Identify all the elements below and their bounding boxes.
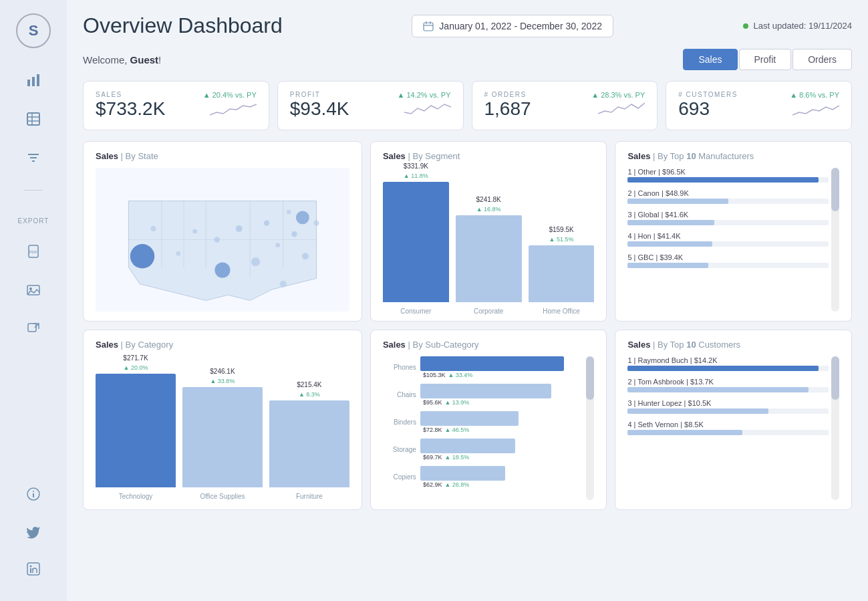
mfr-2-track (627, 199, 829, 204)
subcat-copiers-label: Copiers (383, 473, 416, 481)
subcat-storage-bar (420, 439, 515, 453)
cust-4: 4 | Seth Vernon | $8.5K (627, 420, 829, 435)
image-icon[interactable] (21, 278, 45, 302)
kpi-sales: SALES $733.2K ▲ 20.4% vs. PY (83, 81, 269, 130)
subcat-phones-label: Phones (383, 364, 416, 371)
chart-mfr-title: Sales | By Top 10 Manufacturers (627, 151, 839, 161)
cust-4-fill (627, 430, 742, 435)
last-updated: Last updated: 19/11/2024 (743, 21, 852, 31)
subcat-chairs-val: $95.6K (423, 399, 442, 406)
subcat-chairs-label: Chairs (383, 391, 416, 398)
subcat-phones-growth: ▲ 33.4% (448, 372, 472, 378)
welcome-text: Welcome, Guest! (83, 54, 161, 66)
chart-subcat-main: Sales (383, 340, 406, 350)
bar-homeoffice: $159.5K ▲ 51.5% Home Office (529, 226, 595, 315)
kpi-orders-badge: ▲ 28.3% vs. PY (591, 91, 645, 99)
chart-by-state: Sales | By State (83, 141, 362, 322)
us-map (96, 168, 349, 312)
mfr-bars: 1 | Other | $96.5K 2 | Canon | $48.9K 3 … (627, 168, 829, 312)
subcat-bars: Phones $105.3K ▲ 33.4% Chairs (383, 356, 584, 500)
svg-point-40 (291, 231, 297, 237)
subcat-binders-wrap: $72.8K ▲ 46.5% (420, 411, 584, 433)
date-range-picker[interactable]: January 01, 2022 - December 30, 2022 (412, 15, 613, 37)
svg-rect-1 (32, 77, 35, 86)
date-picker[interactable]: January 01, 2022 - December 30, 2022 (412, 15, 613, 37)
kpi-sales-label: SALES (96, 91, 165, 98)
pdf-icon[interactable]: PDF (21, 239, 45, 263)
bar-office-val: $246.1K (210, 368, 235, 375)
last-updated-text: Last updated: 19/11/2024 (754, 21, 852, 31)
bar-corporate: $241.8K ▲ 16.8% Corporate (456, 196, 522, 315)
external-link-icon[interactable] (21, 317, 45, 341)
chart-cat-title: Sales | By Category (96, 340, 349, 350)
logo-letter: S (29, 22, 39, 39)
mfr-3-label: 3 | Global | $41.6K (627, 211, 829, 219)
bar-office-growth: ▲ 33.8% (210, 378, 235, 384)
info-icon[interactable] (21, 482, 45, 506)
tab-profit[interactable]: Profit (739, 49, 792, 70)
status-dot (743, 23, 748, 29)
mfr-1-fill (627, 177, 819, 183)
bar-tech-val: $271.7K (123, 354, 148, 362)
kpi-profit: PROFIT $93.4K ▲ 14.2% vs. PY (277, 81, 464, 130)
twitter-icon[interactable] (21, 519, 45, 544)
chart-segment-main: Sales (383, 151, 406, 161)
bar-furniture-label: Furniture (296, 493, 323, 500)
tab-sales[interactable]: Sales (683, 49, 737, 70)
svg-point-47 (280, 281, 287, 287)
tab-orders[interactable]: Orders (792, 49, 852, 70)
filter-icon[interactable] (21, 146, 45, 170)
sidebar: S EXPORT PDF (0, 0, 67, 601)
category-bars: $271.7K ▲ 20.0% Technology $246.1K ▲ 33.… (96, 356, 349, 500)
chart-cust-title: Sales | By Top 10 Customers (627, 340, 839, 350)
kpi-orders-value: 1,687 (484, 98, 531, 120)
kpi-profit-sparkline (404, 99, 451, 118)
chart-subcat-title: Sales | By Sub-Category (383, 340, 595, 350)
svg-point-45 (287, 210, 291, 215)
subcat-chairs-bar (420, 384, 551, 398)
svg-text:PDF: PDF (29, 250, 37, 254)
cust-scrollbar[interactable] (831, 356, 839, 500)
calendar-icon (423, 21, 434, 31)
bar-corporate-growth: ▲ 16.8% (476, 206, 501, 213)
chart-by-segment: Sales | By Segment $331.9K ▲ 11.8% Consu… (370, 141, 607, 322)
chart-by-state-title-main: Sales (96, 151, 118, 161)
kpi-sales-badge: ▲ 20.4% vs. PY (203, 91, 257, 99)
cust-3-label: 3 | Hunter Lopez | $10.5K (627, 399, 829, 407)
bar-chart-icon[interactable] (21, 68, 45, 92)
table-icon[interactable] (21, 107, 45, 131)
subcat-binders-bar (420, 411, 519, 426)
svg-rect-2 (37, 74, 39, 86)
subcat-binders-growth: ▲ 46.5% (444, 427, 469, 433)
svg-point-32 (130, 244, 154, 268)
svg-rect-0 (27, 80, 30, 86)
kpi-profit-badge: ▲ 14.2% vs. PY (398, 91, 451, 99)
bar-tech-growth: ▲ 20.0% (124, 364, 148, 371)
mfr-2-label: 2 | Canon | $48.9K (627, 189, 829, 197)
subcat-binders-val: $72.8K (423, 427, 442, 433)
bar-consumer-label: Consumer (400, 308, 431, 315)
subcat-chairs: Chairs $95.6K ▲ 13.9% (383, 384, 584, 406)
subcat-binders-label: Binders (383, 418, 416, 426)
bar-office: $246.1K ▲ 33.8% Office Supplies (182, 368, 263, 500)
segment-bars: $331.9K ▲ 11.8% Consumer $241.8K ▲ 16.8%… (383, 168, 595, 315)
svg-point-34 (296, 211, 309, 225)
subcat-phones-val: $105.3K (423, 372, 446, 378)
bar-corporate-bar (456, 215, 522, 302)
cust-3-fill (627, 408, 768, 414)
date-range-text: January 01, 2022 - December 30, 2022 (439, 21, 602, 31)
subcat-scrollbar[interactable] (586, 356, 594, 500)
linkedin-icon[interactable] (21, 557, 45, 581)
svg-point-42 (176, 251, 180, 256)
kpi-orders-sparkline (598, 99, 645, 118)
mfr-scrollbar-thumb (831, 168, 839, 211)
subcat-storage: Storage $69.7K ▲ 18.5% (383, 439, 584, 461)
mfr-3-track (627, 220, 829, 225)
bar-corporate-val: $241.8K (476, 196, 501, 203)
sidebar-bottom (21, 482, 45, 588)
mfr-5-label: 5 | GBC | $39.4K (627, 253, 829, 261)
mfr-scrollbar[interactable] (831, 168, 839, 312)
mfr-3-fill (627, 220, 714, 225)
chart-cust-sub: | By Top 10 Customers (653, 340, 740, 350)
mfr-5: 5 | GBC | $39.4K (627, 253, 829, 268)
